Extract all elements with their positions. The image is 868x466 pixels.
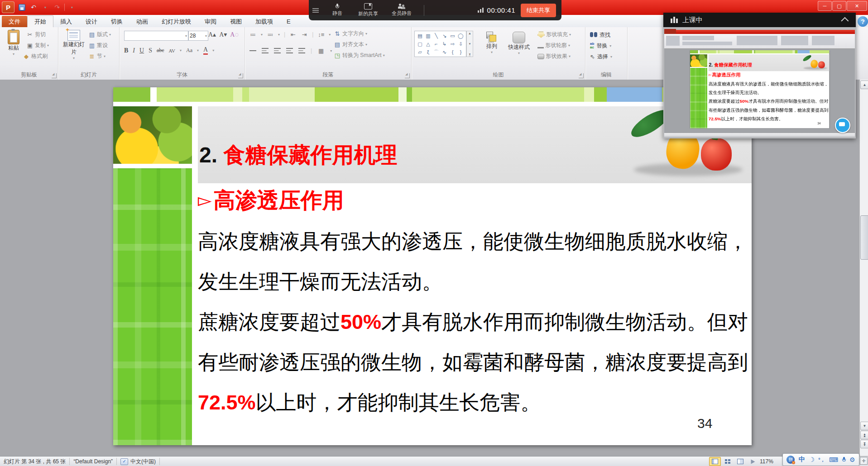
dialog-launcher-icon[interactable] bbox=[405, 73, 410, 78]
chat-bubble-icon[interactable] bbox=[835, 118, 850, 133]
align-left-icon[interactable] bbox=[249, 48, 256, 53]
redo-button[interactable]: ↷ bbox=[53, 3, 62, 12]
shape-outline-button[interactable]: 形状轮廓▾ bbox=[537, 42, 570, 49]
tab-file[interactable]: 文件 bbox=[2, 16, 27, 27]
normal-view-button[interactable] bbox=[709, 457, 721, 466]
ime-pinyin-icon[interactable]: 拼 bbox=[786, 456, 795, 464]
ime-chinese-mode-icon[interactable]: 中 bbox=[799, 456, 805, 464]
shape-left-brace-icon[interactable]: { bbox=[449, 48, 456, 56]
bullets-icon[interactable]: ≔ bbox=[249, 31, 257, 38]
shape-scribble-icon[interactable]: ξ bbox=[424, 48, 432, 56]
font-size-combo[interactable]: 28▾ bbox=[188, 31, 208, 41]
end-share-button[interactable]: 结束共享 bbox=[521, 4, 556, 17]
new-share-button[interactable]: 新的共享 bbox=[351, 3, 385, 17]
strikethrough-button[interactable]: abc bbox=[157, 47, 164, 54]
columns-icon[interactable]: ▦ bbox=[317, 47, 325, 54]
ime-microphone-icon[interactable] bbox=[842, 457, 846, 462]
ime-language-bar[interactable]: 拼 中 ☽ °， ⌨ ⚙ bbox=[782, 453, 859, 466]
numbering-icon[interactable]: ≕ bbox=[267, 31, 274, 38]
panel-header[interactable]: 上课中 bbox=[663, 13, 856, 27]
vertical-scrollbar[interactable]: ▲ ▼ ▲▲ ▼▼ bbox=[859, 80, 868, 456]
format-painter-button[interactable]: ◆格式刷 bbox=[23, 52, 48, 60]
character-spacing-button[interactable]: AV bbox=[169, 48, 175, 53]
tab-slideshow[interactable]: 幻灯片放映 bbox=[155, 16, 198, 27]
replace-button[interactable]: abac 替换▾ bbox=[590, 41, 611, 51]
shape-arc-icon[interactable]: ⌒ bbox=[432, 48, 440, 56]
shape-right-brace-icon[interactable]: } bbox=[457, 48, 465, 56]
arrange-button[interactable]: 排列▾ bbox=[482, 32, 502, 54]
shape-freeform-icon[interactable]: ▱ bbox=[416, 48, 424, 56]
underline-button[interactable]: U bbox=[139, 47, 144, 54]
undo-dropdown[interactable]: ▾ bbox=[41, 3, 50, 12]
distribute-icon[interactable] bbox=[298, 48, 305, 53]
reset-button[interactable]: ▥重设 bbox=[88, 42, 108, 49]
zoom-level[interactable]: 117% bbox=[760, 458, 773, 465]
next-slide-button[interactable]: ▼▼ bbox=[860, 440, 868, 448]
tab-view[interactable]: 视图 bbox=[223, 16, 249, 27]
layout-button[interactable]: ▤版式▾ bbox=[88, 31, 111, 38]
help-button[interactable]: ? bbox=[858, 16, 868, 27]
shape-down-arrow-icon[interactable]: ⇩ bbox=[457, 40, 465, 48]
font-name-combo[interactable]: ▾ bbox=[124, 31, 188, 41]
slide-title[interactable]: 2. 食糖保藏作用机理 bbox=[199, 141, 397, 170]
shape-line-icon[interactable]: ╲ bbox=[432, 32, 440, 39]
bold-button[interactable]: B bbox=[124, 47, 128, 54]
previous-slide-button[interactable]: ▲▲ bbox=[860, 431, 868, 439]
shape-curve-icon[interactable]: ∿ bbox=[441, 48, 448, 56]
shape-arrow-icon[interactable]: ↘ bbox=[441, 32, 448, 39]
tab-extra[interactable]: E bbox=[280, 16, 297, 27]
align-text-button[interactable]: ▤ 对齐文本▾ bbox=[334, 41, 367, 48]
tab-transitions[interactable]: 切换 bbox=[104, 16, 129, 27]
shape-triangle-icon[interactable]: △ bbox=[424, 40, 432, 48]
align-right-icon[interactable] bbox=[274, 48, 281, 53]
grow-font-button[interactable]: A▴ bbox=[208, 31, 216, 38]
tab-animations[interactable]: 动画 bbox=[129, 16, 155, 27]
collapse-chevron-icon[interactable] bbox=[841, 17, 849, 25]
meeting-toolbar[interactable]: 静音 新的共享 全员静音 00:00:41 结束共享 bbox=[309, 0, 561, 20]
dialog-launcher-icon[interactable] bbox=[579, 73, 584, 78]
italic-button[interactable]: I bbox=[133, 47, 135, 54]
justify-icon[interactable] bbox=[286, 48, 293, 53]
minimize-button[interactable]: ─ bbox=[818, 1, 832, 11]
mute-button[interactable]: 静音 bbox=[323, 4, 351, 17]
shape-oval-icon[interactable]: ◯ bbox=[457, 32, 465, 39]
clear-formatting-button[interactable]: A◌ bbox=[230, 31, 238, 38]
line-spacing-icon[interactable]: ↕≡ bbox=[317, 31, 325, 38]
shape-elbow-arrow-icon[interactable]: ↳ bbox=[441, 40, 448, 48]
shape-right-arrow-icon[interactable]: ⇨ bbox=[449, 40, 456, 48]
section-button[interactable]: ≣节▾ bbox=[88, 52, 106, 60]
tab-design[interactable]: 设计 bbox=[79, 16, 104, 27]
shape-vertical-textbox-icon[interactable]: ▥ bbox=[424, 32, 432, 39]
shape-elbow-icon[interactable]: ⌐ bbox=[432, 40, 440, 48]
paste-button[interactable]: 粘贴▾ bbox=[4, 30, 24, 56]
shapes-gallery[interactable]: ▤ ▥ ╲ ↘ ▭ ◯ ▢ △ ⌐ ↳ ⇨ ⇩ ▱ ξ ⌒ ∿ { } ▲▾▾̲ bbox=[414, 31, 473, 57]
dialog-launcher-icon[interactable] bbox=[52, 73, 57, 78]
slide-body-text[interactable]: 高浓度糖液具有强大的渗透压，能使微生物细胞质脱水收缩，发生生理干燥而无法活动。 … bbox=[198, 221, 754, 423]
language-label[interactable]: 中文(中国) bbox=[130, 458, 156, 466]
scroll-up-button[interactable]: ▲ bbox=[860, 81, 868, 89]
drag-handle[interactable] bbox=[312, 8, 319, 13]
slide-subheading[interactable]: ▻高渗透压作用 bbox=[198, 186, 344, 215]
fit-slide-to-window-button[interactable]: ✛ bbox=[860, 457, 868, 465]
ime-keyboard-icon[interactable]: ⌨ bbox=[829, 456, 838, 463]
shape-rounded-rect-icon[interactable]: ▢ bbox=[416, 40, 424, 48]
save-button[interactable] bbox=[17, 3, 26, 12]
tab-addins[interactable]: 加载项 bbox=[249, 16, 280, 27]
new-slide-button[interactable]: 新建幻灯片▾ bbox=[61, 30, 86, 60]
align-center-icon[interactable] bbox=[262, 48, 269, 53]
shape-effects-button[interactable]: 形状效果▾ bbox=[537, 52, 571, 60]
shape-fill-button[interactable]: 形状填充▾ bbox=[537, 31, 571, 38]
slide[interactable]: 2. 食糖保藏作用机理 ▻高渗透压作用 高浓度糖液具有强大的渗透压，能使微生物细… bbox=[113, 87, 752, 445]
slide-sorter-view-button[interactable] bbox=[722, 457, 734, 466]
ime-fullwidth-icon[interactable]: ☽ bbox=[809, 456, 815, 463]
increase-indent-icon[interactable]: ⇥ bbox=[301, 31, 308, 38]
shape-textbox-icon[interactable]: ▤ bbox=[416, 32, 424, 39]
font-color-button[interactable]: A bbox=[203, 46, 208, 55]
spellcheck-icon[interactable]: ✓ bbox=[120, 458, 128, 465]
undo-button[interactable]: ↶ bbox=[29, 3, 38, 12]
tab-insert[interactable]: 插入 bbox=[53, 16, 79, 27]
shapes-gallery-scrollbar[interactable]: ▲▾▾̲ bbox=[466, 31, 473, 57]
class-in-session-panel[interactable]: 上课中 bbox=[663, 13, 856, 138]
copy-button[interactable]: ▣复制▾ bbox=[26, 42, 49, 49]
slideshow-button[interactable] bbox=[747, 457, 759, 466]
